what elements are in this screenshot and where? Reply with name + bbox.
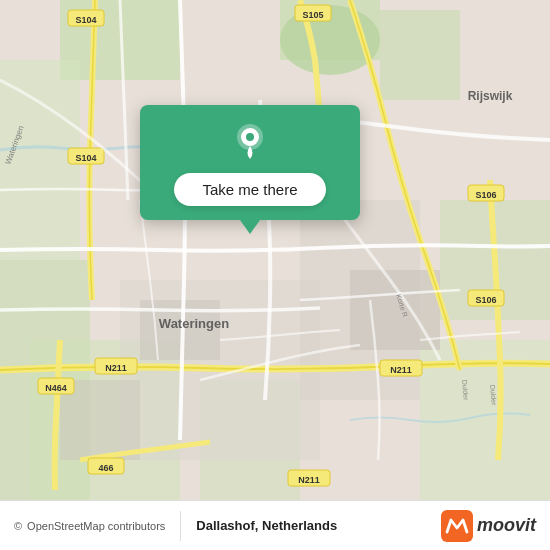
moovit-logo: moovit: [441, 510, 536, 542]
svg-text:N211: N211: [298, 475, 320, 485]
copyright-icon: ©: [14, 520, 22, 532]
footer-left: © OpenStreetMap contributors Dallashof, …: [14, 511, 337, 541]
copyright-text: OpenStreetMap contributors: [27, 520, 165, 532]
svg-point-44: [246, 133, 254, 141]
location-label: Dallashof, Netherlands: [196, 518, 337, 533]
svg-text:Wateringen: Wateringen: [159, 316, 229, 331]
popup-card: Take me there: [140, 105, 360, 220]
take-me-there-button[interactable]: Take me there: [174, 173, 325, 206]
map-container: N211 N211 S104 S104 S105 S106 S106 N464 …: [0, 0, 550, 500]
svg-text:N211: N211: [390, 365, 412, 375]
popup-tail: [240, 220, 260, 234]
svg-text:466: 466: [98, 463, 113, 473]
svg-text:S104: S104: [75, 15, 96, 25]
moovit-icon: [441, 510, 473, 542]
moovit-brand-name: moovit: [477, 515, 536, 536]
svg-text:N464: N464: [45, 383, 67, 393]
svg-text:S105: S105: [302, 10, 323, 20]
footer-bar: © OpenStreetMap contributors Dallashof, …: [0, 500, 550, 550]
location-pin-icon: [231, 123, 269, 161]
footer-separator: [180, 511, 181, 541]
map-svg: N211 N211 S104 S104 S105 S106 S106 N464 …: [0, 0, 550, 500]
svg-rect-3: [380, 10, 460, 100]
svg-text:S104: S104: [75, 153, 96, 163]
svg-text:Rijswijk: Rijswijk: [468, 89, 513, 103]
svg-rect-13: [350, 270, 440, 350]
svg-text:S106: S106: [475, 295, 496, 305]
svg-text:N211: N211: [105, 363, 127, 373]
svg-text:S106: S106: [475, 190, 496, 200]
